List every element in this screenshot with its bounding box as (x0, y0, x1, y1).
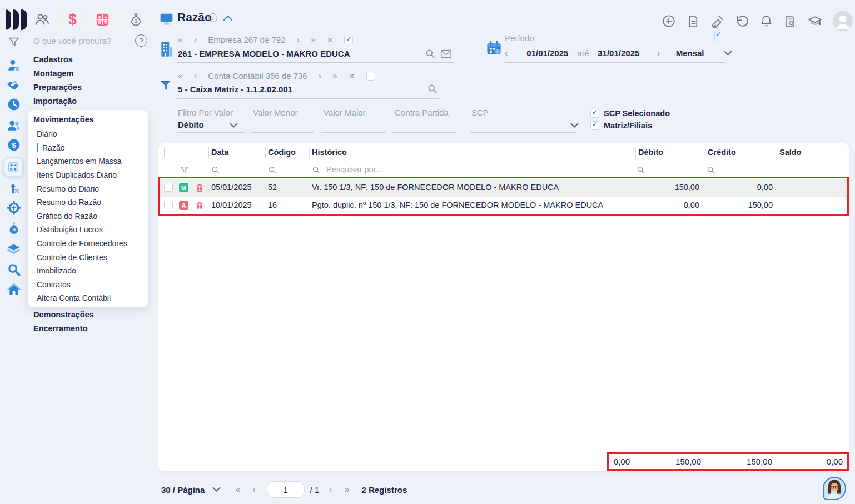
sidebar-rail-calculator-icon-selected[interactable] (3, 157, 23, 177)
account-clear-icon[interactable]: ✕ (349, 72, 355, 81)
submenu-item-lancamentos-em-massa[interactable]: Lançamentos em Massa (28, 154, 148, 168)
sidebar-item-demonstracoes[interactable]: Demonstrações (33, 310, 94, 319)
table-row[interactable]: M 05/01/2025 52 Vr. 150 1/3, NF: 150 de … (158, 179, 849, 197)
period-mode-chevron-down-icon[interactable] (724, 51, 732, 56)
account-first-icon[interactable]: « (178, 72, 183, 81)
page-number-input[interactable] (267, 481, 305, 498)
company-last-icon[interactable]: » (311, 36, 316, 44)
submenu-item-contratos[interactable]: Contratos (28, 278, 148, 292)
valor-maior-input[interactable] (324, 119, 387, 129)
collapse-chevron-up-icon[interactable] (223, 15, 233, 21)
sidebar-rail-search-icon[interactable] (7, 262, 21, 277)
sidebar-rail-people-icon[interactable] (7, 118, 21, 133)
document-search-icon[interactable] (783, 14, 797, 28)
sidebar-item-encerramento[interactable]: Encerramento (33, 324, 88, 333)
table-filter-funnel-icon[interactable] (180, 165, 189, 174)
contra-partida-input[interactable] (395, 119, 457, 129)
add-icon[interactable] (662, 14, 676, 28)
sidebar-item-preparacoes[interactable]: Preparações (33, 83, 82, 92)
matriz-filiais-checkbox[interactable] (590, 121, 599, 130)
column-header-codigo[interactable]: Código (268, 148, 296, 157)
pagination-next-icon[interactable]: › (329, 485, 332, 494)
period-mode-select[interactable]: Mensal (676, 48, 704, 58)
company-checkbox[interactable] (344, 36, 353, 44)
submenu-item-controle-de-fornecedores[interactable]: Controle de Fornecedores (28, 237, 148, 251)
period-prev-icon[interactable]: ‹ (505, 49, 508, 58)
pagination-prev-icon[interactable]: ‹ (252, 485, 255, 494)
sidebar-item-importacao[interactable]: Importação (33, 97, 77, 106)
sidebar-rail-moneybag-icon[interactable]: $ (7, 221, 21, 236)
historico-search-input[interactable] (325, 164, 450, 174)
filter-funnel-icon[interactable] (8, 36, 20, 48)
submenu-item-razao[interactable]: Razão (28, 141, 148, 155)
column-header-data[interactable]: Data (211, 148, 228, 157)
company-first-icon[interactable]: « (178, 36, 183, 44)
submenu-item-itens-duplicados-diario[interactable]: Itens Duplicados Diário (28, 168, 148, 182)
help-icon[interactable]: ? (135, 34, 147, 47)
company-next-icon[interactable]: › (297, 36, 300, 44)
table-row[interactable]: A 10/01/2025 16 Pgto. duplic. nº 150 1/3… (158, 197, 849, 214)
account-checkbox[interactable] (366, 72, 375, 81)
sidebar-rail-layers-icon[interactable] (6, 242, 21, 257)
column-header-saldo[interactable]: Saldo (779, 148, 801, 157)
column-header-debito[interactable]: Débito (638, 148, 663, 157)
column-header-historico[interactable]: Histórico (312, 148, 347, 157)
trash-icon[interactable] (195, 183, 204, 192)
submenu-item-controle-de-clientes[interactable]: Controle de Clientes (28, 250, 148, 264)
pagination-first-icon[interactable]: « (235, 485, 240, 494)
info-icon[interactable]: i (208, 13, 217, 22)
sidebar-item-cadastros[interactable]: Cadastros (33, 55, 73, 64)
global-search-input[interactable] (32, 36, 132, 46)
account-prev-icon[interactable]: ‹ (194, 72, 197, 81)
sidebar-rail-rate-arrow-icon[interactable] (7, 181, 21, 194)
submenu-item-diario[interactable]: Diário (28, 127, 148, 141)
company-prev-icon[interactable]: ‹ (194, 36, 197, 44)
document-icon[interactable] (686, 14, 700, 28)
row-checkbox[interactable] (164, 183, 173, 192)
graduation-cap-icon[interactable] (807, 14, 823, 28)
company-mail-icon[interactable] (440, 49, 452, 59)
submenu-item-distribuicao-lucros[interactable]: Distribuição Lucros (28, 223, 148, 237)
submenu-item-resumo-do-diario[interactable]: Resumo do Diário (28, 182, 148, 196)
submenu-item-altera-conta-contabil[interactable]: Altera Conta Contábil (28, 291, 148, 305)
period-next-icon[interactable]: › (657, 49, 660, 58)
credito-column-search-icon[interactable] (707, 166, 715, 174)
user-avatar[interactable] (833, 11, 853, 31)
period-start-date[interactable]: 01/01/2025 (526, 48, 568, 58)
trash-icon[interactable] (195, 201, 204, 210)
filter-by-value-chevron-down-icon[interactable] (230, 123, 238, 128)
sidebar-rail-dollar-icon[interactable]: $ (7, 138, 21, 152)
sidebar-rail-wheel-icon[interactable] (7, 201, 21, 215)
scp-selecionado-checkbox[interactable] (590, 109, 599, 118)
sidebar-rail-user-settings-icon[interactable] (7, 58, 21, 73)
scp-chevron-down-icon[interactable] (570, 123, 579, 128)
codigo-column-search-icon[interactable] (268, 166, 277, 174)
moneybag-module-icon[interactable]: $ (128, 12, 143, 27)
period-end-date[interactable]: 31/01/2025 (598, 48, 639, 58)
account-search-icon[interactable] (427, 83, 438, 94)
debito-column-search-icon[interactable] (637, 166, 645, 174)
submenu-item-grafico-do-razao[interactable]: Gráfico do Razão (28, 209, 148, 223)
column-header-credito[interactable]: Crédito (708, 148, 736, 157)
sidebar-item-montagem[interactable]: Montagem (33, 69, 74, 78)
page-size-chevron-down-icon[interactable] (212, 487, 221, 492)
bell-icon[interactable] (759, 14, 773, 28)
sidebar-rail-handshake-icon[interactable] (6, 78, 21, 92)
company-search-icon[interactable] (425, 48, 436, 59)
pagination-last-icon[interactable]: » (345, 485, 350, 494)
sidebar-rail-clock-icon[interactable] (7, 97, 21, 112)
submenu-item-imobilizado[interactable]: Imobilizado (28, 264, 148, 278)
broom-icon[interactable] (710, 14, 725, 29)
data-column-search-icon[interactable] (211, 166, 220, 174)
submenu-item-resumo-do-razao[interactable]: Resumo do Razão (28, 196, 148, 209)
support-chat-avatar[interactable] (823, 477, 846, 500)
period-checkbox[interactable] (714, 31, 715, 42)
page-size-select[interactable]: 30 / Página (161, 485, 205, 495)
select-all-checkbox[interactable] (164, 147, 165, 158)
undo-icon[interactable] (735, 14, 749, 28)
company-clear-icon[interactable]: ✕ (327, 36, 334, 44)
calculator-module-icon[interactable] (95, 12, 110, 27)
valor-menor-input[interactable] (253, 119, 315, 129)
historico-column-search-icon[interactable] (312, 166, 321, 174)
account-next-icon[interactable]: › (319, 72, 321, 81)
